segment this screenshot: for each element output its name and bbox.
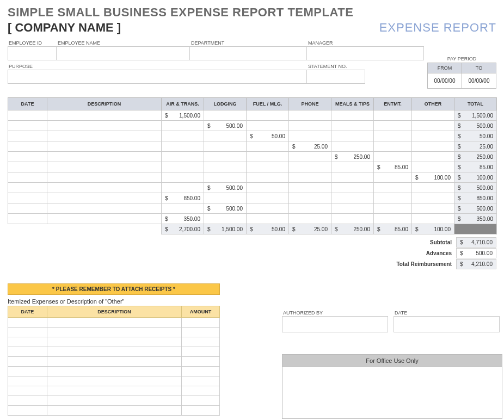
- cell-meals[interactable]: [331, 183, 374, 193]
- office-use-box[interactable]: [282, 367, 502, 419]
- cell-fuel[interactable]: [247, 183, 289, 193]
- cell-description[interactable]: [47, 141, 162, 152]
- itemized-cell[interactable]: [8, 328, 47, 337]
- cell-entmt[interactable]: [374, 214, 412, 224]
- cell-lodging[interactable]: [204, 214, 247, 224]
- itemized-cell[interactable]: [182, 396, 220, 406]
- cell-fuel[interactable]: [247, 141, 289, 152]
- itemized-cell[interactable]: [8, 367, 47, 376]
- cell-phone[interactable]: $25.00: [289, 141, 331, 152]
- itemized-cell[interactable]: [8, 396, 47, 406]
- cell-meals[interactable]: $250.00: [331, 152, 374, 162]
- cell-entmt[interactable]: [374, 141, 412, 152]
- itemized-cell[interactable]: [47, 318, 181, 328]
- cell-fuel[interactable]: [247, 110, 289, 121]
- cell-fuel[interactable]: [247, 121, 289, 131]
- cell-description[interactable]: [47, 203, 162, 214]
- cell-phone[interactable]: [289, 131, 331, 141]
- statement-no-input[interactable]: [307, 70, 365, 84]
- cell-meals[interactable]: [331, 193, 374, 203]
- cell-air[interactable]: [162, 131, 204, 141]
- cell-fuel[interactable]: [247, 203, 289, 214]
- cell-entmt[interactable]: [374, 203, 412, 214]
- cell-phone[interactable]: [289, 152, 331, 162]
- cell-fuel[interactable]: [247, 162, 289, 172]
- auth-date-input[interactable]: [394, 316, 500, 332]
- cell-meals[interactable]: [331, 141, 374, 152]
- cell-lodging[interactable]: $500.00: [204, 183, 247, 193]
- cell-fuel[interactable]: $50.00: [247, 131, 289, 141]
- itemized-cell[interactable]: [47, 347, 181, 357]
- cell-description[interactable]: [47, 152, 162, 162]
- cell-fuel[interactable]: [247, 193, 289, 203]
- authorized-by-input[interactable]: [282, 316, 388, 332]
- cell-lodging[interactable]: $500.00: [204, 203, 247, 214]
- cell-phone[interactable]: [289, 121, 331, 131]
- cell-other[interactable]: [412, 203, 454, 214]
- department-input[interactable]: [190, 46, 307, 60]
- itemized-cell[interactable]: [8, 376, 47, 386]
- cell-fuel[interactable]: [247, 214, 289, 224]
- cell-air[interactable]: $350.00: [162, 214, 204, 224]
- itemized-cell[interactable]: [182, 367, 220, 376]
- cell-phone[interactable]: [289, 183, 331, 193]
- cell-date[interactable]: [8, 203, 47, 214]
- cell-air[interactable]: [162, 203, 204, 214]
- cell-phone[interactable]: [289, 110, 331, 121]
- cell-entmt[interactable]: [374, 131, 412, 141]
- cell-other[interactable]: [412, 131, 454, 141]
- cell-air[interactable]: [162, 121, 204, 131]
- cell-other[interactable]: [412, 110, 454, 121]
- itemized-cell[interactable]: [182, 406, 220, 416]
- cell-phone[interactable]: [289, 193, 331, 203]
- cell-lodging[interactable]: [204, 152, 247, 162]
- itemized-cell[interactable]: [47, 396, 181, 406]
- cell-description[interactable]: [47, 183, 162, 193]
- advances-input[interactable]: $500.00: [456, 248, 496, 258]
- cell-description[interactable]: [47, 162, 162, 172]
- cell-phone[interactable]: [289, 172, 331, 183]
- cell-lodging[interactable]: [204, 141, 247, 152]
- cell-date[interactable]: [8, 193, 47, 203]
- itemized-cell[interactable]: [8, 318, 47, 328]
- cell-date[interactable]: [8, 141, 47, 152]
- cell-phone[interactable]: [289, 162, 331, 172]
- cell-lodging[interactable]: $500.00: [204, 121, 247, 131]
- cell-meals[interactable]: [331, 203, 374, 214]
- pay-period-from-input[interactable]: 00/00/00: [428, 73, 462, 89]
- itemized-cell[interactable]: [182, 376, 220, 386]
- cell-date[interactable]: [8, 131, 47, 141]
- cell-meals[interactable]: [331, 110, 374, 121]
- purpose-input[interactable]: [8, 70, 307, 84]
- cell-other[interactable]: $100.00: [412, 172, 454, 183]
- cell-air[interactable]: [162, 141, 204, 152]
- itemized-cell[interactable]: [182, 386, 220, 396]
- cell-description[interactable]: [47, 131, 162, 141]
- itemized-cell[interactable]: [47, 357, 181, 367]
- cell-entmt[interactable]: [374, 110, 412, 121]
- cell-date[interactable]: [8, 214, 47, 224]
- cell-fuel[interactable]: [247, 152, 289, 162]
- cell-fuel[interactable]: [247, 172, 289, 183]
- cell-meals[interactable]: [331, 121, 374, 131]
- pay-period-to-input[interactable]: 00/00/00: [462, 73, 496, 89]
- itemized-cell[interactable]: [47, 376, 181, 386]
- cell-description[interactable]: [47, 110, 162, 121]
- itemized-cell[interactable]: [47, 337, 181, 347]
- manager-input[interactable]: [307, 46, 424, 60]
- cell-other[interactable]: [412, 214, 454, 224]
- cell-entmt[interactable]: $85.00: [374, 162, 412, 172]
- cell-air[interactable]: [162, 183, 204, 193]
- cell-date[interactable]: [8, 152, 47, 162]
- cell-air[interactable]: $850.00: [162, 193, 204, 203]
- cell-description[interactable]: [47, 193, 162, 203]
- cell-meals[interactable]: [331, 214, 374, 224]
- cell-air[interactable]: [162, 162, 204, 172]
- cell-other[interactable]: [412, 121, 454, 131]
- cell-entmt[interactable]: [374, 152, 412, 162]
- cell-date[interactable]: [8, 162, 47, 172]
- cell-meals[interactable]: [331, 162, 374, 172]
- itemized-cell[interactable]: [8, 386, 47, 396]
- itemized-cell[interactable]: [182, 318, 220, 328]
- cell-entmt[interactable]: [374, 193, 412, 203]
